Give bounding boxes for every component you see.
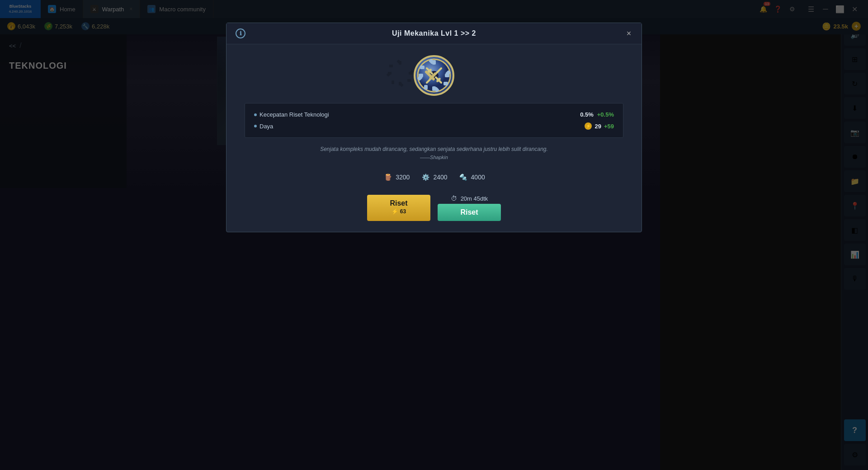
stat-row-power: Daya ⚡ 29 +59 [254,120,614,132]
stat-dot-2 [254,125,257,127]
modal-close-btn[interactable]: × [623,28,634,39]
power-icon: ⚡ [585,122,592,130]
timer-btn-group: ⏱ 20m 45dtk Riset [438,195,501,221]
modal-header: ℹ Uji Mekanika Lvl 1 >> 2 × [226,23,642,44]
resources-needed: 🪵 3200 ⚙️ 2400 🔩 4000 [383,169,485,186]
lightning-icon: ⚡ [392,208,398,215]
stat-label-speed: Kecepatan Riset Teknologi [254,111,329,118]
svg-rect-26 [389,65,393,67]
stat-label-power: Daya [254,123,273,130]
svg-rect-22 [407,79,411,82]
stat-current-speed: 0.5% [580,111,594,118]
res-icon-2: ⚙️ [420,172,430,182]
svg-rect-37 [424,85,428,89]
res-need-3: 🔩 4000 [458,172,485,182]
timer-display: ⏱ 20m 45dtk [451,195,488,202]
upgrade-modal: ℹ Uji Mekanika Lvl 1 >> 2 × [226,23,642,232]
gold-cost: ⚡ 63 [392,208,406,215]
stat-values: 0.5% +0.5% [580,111,614,118]
res-icon-1: 🪵 [383,172,393,182]
stat-row-speed: Kecepatan Riset Teknologi 0.5% +0.5% [254,109,614,120]
stat-bonus-power: +59 [604,123,614,130]
res-need-2: ⚙️ 2400 [420,172,447,182]
tech-icon-container [414,55,454,96]
stats-container: Kecepatan Riset Teknologi 0.5% +0.5% Day… [245,103,623,138]
reset-free-button[interactable]: Riset [438,204,501,221]
stat-values-power: ⚡ 29 +59 [585,122,614,130]
timer-icon: ⏱ [451,195,457,202]
res-icon-3: 🔩 [458,172,468,182]
modal-body: Kecepatan Riset Teknologi 0.5% +0.5% Day… [226,44,642,232]
stat-dot [254,113,257,116]
res-need-1: 🪵 3200 [383,172,410,182]
reset-gold-button[interactable]: Riset ⚡ 63 [367,195,430,221]
modal-title: Uji Mekanika Lvl 1 >> 2 [392,29,476,38]
stat-current-power: 29 [594,123,601,130]
svg-rect-39 [420,66,425,69]
svg-point-16 [396,69,405,78]
modal-info-icon[interactable]: ℹ [236,28,245,38]
bg-gear [387,60,414,89]
svg-rect-24 [392,80,394,84]
stat-bonus-speed: +0.5% [597,111,614,118]
quote-container: Senjata kompleks mudah dirancang, sedang… [320,145,548,161]
action-buttons: Riset ⚡ 63 ⏱ 20m 45dtk Riset [367,193,501,221]
svg-rect-35 [443,82,448,85]
modal-overlay[interactable]: ℹ Uji Mekanika Lvl 1 >> 2 × [0,0,868,470]
upgrade-icon [414,55,454,96]
